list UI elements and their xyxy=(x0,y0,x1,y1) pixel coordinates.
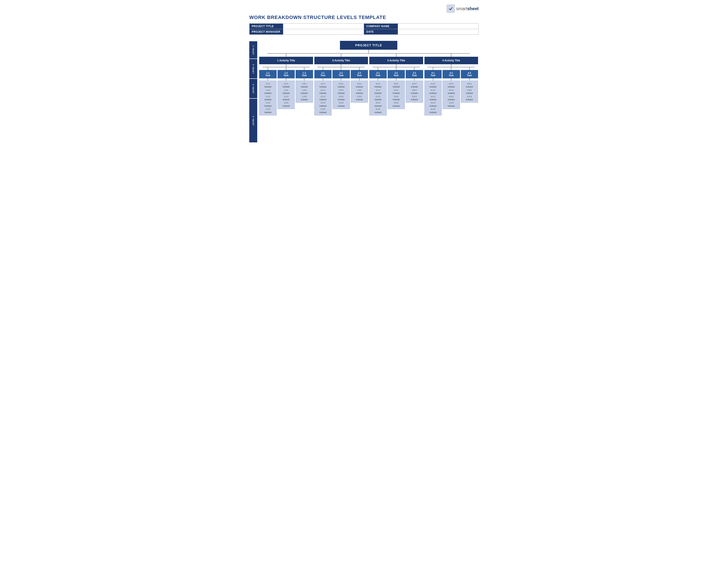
t31-drop xyxy=(378,67,378,70)
a3-down xyxy=(396,64,396,67)
info-table: PROJECT TITLE COMPANY NAME PROJECT MANAG… xyxy=(249,23,479,35)
subtasks-3-3: 3.3.1Subtask3.3.2Subtask3.3.3Subtask xyxy=(406,81,423,103)
wbs-diagram: LEVEL 1 LEVEL 2 LEVEL 3 LEVEL 4 PROJECT … xyxy=(249,41,479,142)
logo-text: smartsheet xyxy=(456,6,479,11)
project-title-box: PROJECT TITLE xyxy=(340,41,397,50)
t13-drop xyxy=(304,67,304,70)
t42-drop xyxy=(451,67,451,70)
task-4-1-col: 4.1Task 4.1.1Subtask4.1.2Subtask4.1.3Sub… xyxy=(424,67,442,115)
t22-down xyxy=(341,78,341,81)
task-1-1-col: 1.1Task 1.1.1Subtask1.1.2Subtask1.1.3Sub… xyxy=(259,67,277,115)
a1-tasks: 1.1Task 1.1.1Subtask1.1.2Subtask1.1.3Sub… xyxy=(259,67,313,115)
level1-label: LEVEL 1 xyxy=(249,41,257,58)
subtasks-1-3: 1.3.1Subtask1.3.2Subtask1.3.3Subtask xyxy=(296,81,313,103)
subtasks-3-1: 3.1.1Subtask3.1.2Subtask3.1.3Subtask3.1.… xyxy=(369,81,387,115)
activity-2-section: 2 Activity Title 2.1Task 2.1.1Subtask2.1… xyxy=(314,54,369,115)
task-4-3-col: 4.3Task 4.3.1Subtask4.3.2Subtask4.3.3Sub… xyxy=(461,67,478,115)
t32-drop xyxy=(396,67,396,70)
logo: smartsheet xyxy=(447,4,479,13)
subtasks-1-2: 1.2.1Subtask1.2.2Subtask1.2.3Subtask1.2.… xyxy=(278,81,295,109)
level3-label: LEVEL 3 xyxy=(249,78,257,98)
company-name-label: COMPANY NAME xyxy=(364,24,398,29)
t13-down xyxy=(304,78,304,81)
subtasks-2-2: 2.2.1Subtask2.2.2Subtask2.2.3Subtask2.2.… xyxy=(332,81,350,109)
subtasks-3-2: 3.2.1Subtask3.2.2Subtask3.2.3Subtask3.2.… xyxy=(388,81,405,109)
task-2-1-col: 2.1Task 2.1.1Subtask2.1.2Subtask2.1.3Sub… xyxy=(314,67,332,115)
logo-brand: smart xyxy=(456,6,467,11)
a4-tasks: 4.1Task 4.1.1Subtask4.1.2Subtask4.1.3Sub… xyxy=(424,67,478,115)
logo-area: smartsheet xyxy=(249,4,479,13)
t22-drop xyxy=(341,67,341,70)
l1-to-l2-line xyxy=(368,50,369,53)
activity-4-box: 4 Activity Title xyxy=(424,57,478,64)
wbs-tree: PROJECT TITLE 1 Activity Title 1.1Task xyxy=(259,41,479,142)
t11-drop xyxy=(268,67,268,70)
company-name-value[interactable] xyxy=(398,24,478,29)
level2-label: LEVEL 2 xyxy=(249,58,257,78)
activity-1-section: 1 Activity Title 1.1Task 1.1.1Subtask1.1… xyxy=(259,54,314,115)
level-labels: LEVEL 1 LEVEL 2 LEVEL 3 LEVEL 4 xyxy=(249,41,257,142)
a3-tasks: 3.1Task 3.1.1Subtask3.1.2Subtask3.1.3Sub… xyxy=(369,67,423,115)
activity-2-box: 2 Activity Title xyxy=(314,57,368,64)
project-title-value[interactable] xyxy=(283,24,364,29)
activity-3-section: 3 Activity Title 3.1Task 3.1.1Subtask3.1… xyxy=(369,54,424,115)
logo-brandsheet: sheet xyxy=(467,6,479,11)
task-3-1-box: 3.1Task xyxy=(369,70,387,78)
t41-drop xyxy=(433,67,433,70)
t23-drop xyxy=(359,67,360,70)
task-1-2-col: 1.2Task 1.2.1Subtask1.2.2Subtask1.2.3Sub… xyxy=(278,67,295,115)
task-4-2-box: 4.2Task xyxy=(443,70,460,78)
task-2-3-box: 2.3Task xyxy=(351,70,368,78)
subtasks-2-3: 2.3.1Subtask2.3.2Subtask2.3.3Subtask xyxy=(351,81,368,103)
a2-down xyxy=(341,64,341,67)
a1-drop xyxy=(286,54,286,57)
task-3-3-col: 3.3Task 3.3.1Subtask3.3.2Subtask3.3.3Sub… xyxy=(406,67,423,115)
task-2-3-col: 2.3Task 2.3.1Subtask2.3.2Subtask2.3.3Sub… xyxy=(351,67,368,115)
t33-drop xyxy=(414,67,415,70)
task-3-1-col: 3.1Task 3.1.1Subtask3.1.2Subtask3.1.3Sub… xyxy=(369,67,387,115)
task-3-2-col: 3.2Task 3.2.1Subtask3.2.2Subtask3.2.3Sub… xyxy=(388,67,405,115)
t43-drop xyxy=(469,67,470,70)
subtasks-4-1: 4.1.1Subtask4.1.2Subtask4.1.3Subtask4.1.… xyxy=(424,81,442,115)
task-1-3-box: 1.3Task xyxy=(296,70,313,78)
subtasks-4-3: 4.3.1Subtask4.3.2Subtask4.3.3Subtask xyxy=(461,81,478,103)
task-1-3-col: 1.3Task 1.3.1Subtask1.3.2Subtask1.3.3Sub… xyxy=(296,67,313,115)
subtasks-2-1: 2.1.1Subtask2.1.2Subtask2.1.3Subtask2.1.… xyxy=(314,81,332,115)
t12-down xyxy=(286,78,286,81)
task-4-3-box: 4.3Task xyxy=(461,70,478,78)
t21-drop xyxy=(323,67,323,70)
a3-drop xyxy=(396,54,396,57)
a2-drop xyxy=(341,54,341,57)
t31-down xyxy=(378,78,378,81)
task-1-1-box: 1.1Task xyxy=(259,70,277,78)
activity-1-box: 1 Activity Title xyxy=(259,57,313,64)
project-manager-value[interactable] xyxy=(283,29,364,35)
level1-section: PROJECT TITLE xyxy=(259,41,479,54)
a2-tasks: 2.1Task 2.1.1Subtask2.1.2Subtask2.1.3Sub… xyxy=(314,67,368,115)
date-label: DATE xyxy=(364,29,398,35)
a4-drop xyxy=(451,54,451,57)
date-value[interactable] xyxy=(398,29,478,35)
l1-h-bar xyxy=(267,53,470,54)
task-4-1-box: 4.1Task xyxy=(424,70,442,78)
project-manager-label: PROJECT MANAGER xyxy=(250,29,283,35)
task-1-2-box: 1.2Task xyxy=(278,70,295,78)
t42-down xyxy=(451,78,451,81)
activity-3-box: 3 Activity Title xyxy=(369,57,423,64)
subtasks-1-1: 1.1.1Subtask1.1.2Subtask1.1.3Subtask1.1.… xyxy=(259,81,277,115)
t32-down xyxy=(396,78,396,81)
a1-down xyxy=(286,64,286,67)
activity-4-section: 4 Activity Title 4.1Task 4.1.1Subtask4.1… xyxy=(424,54,479,115)
task-2-1-box: 2.1Task xyxy=(314,70,332,78)
page-title: WORK BREAKDOWN STRUCTURE LEVELS TEMPLATE xyxy=(249,15,479,20)
subtasks-4-2: 4.2.1Subtask4.2.2Subtask4.2.3Subtask4.2.… xyxy=(443,81,460,109)
t23-down xyxy=(359,78,360,81)
task-3-3-box: 3.3Task xyxy=(406,70,423,78)
t41-down xyxy=(433,78,433,81)
task-3-2-box: 3.2Task xyxy=(388,70,405,78)
t21-down xyxy=(323,78,323,81)
level4-label: LEVEL 4 xyxy=(249,98,257,142)
task-4-2-col: 4.2Task 4.2.1Subtask4.2.2Subtask4.2.3Sub… xyxy=(443,67,460,115)
t12-drop xyxy=(286,67,286,70)
logo-icon xyxy=(447,4,455,13)
